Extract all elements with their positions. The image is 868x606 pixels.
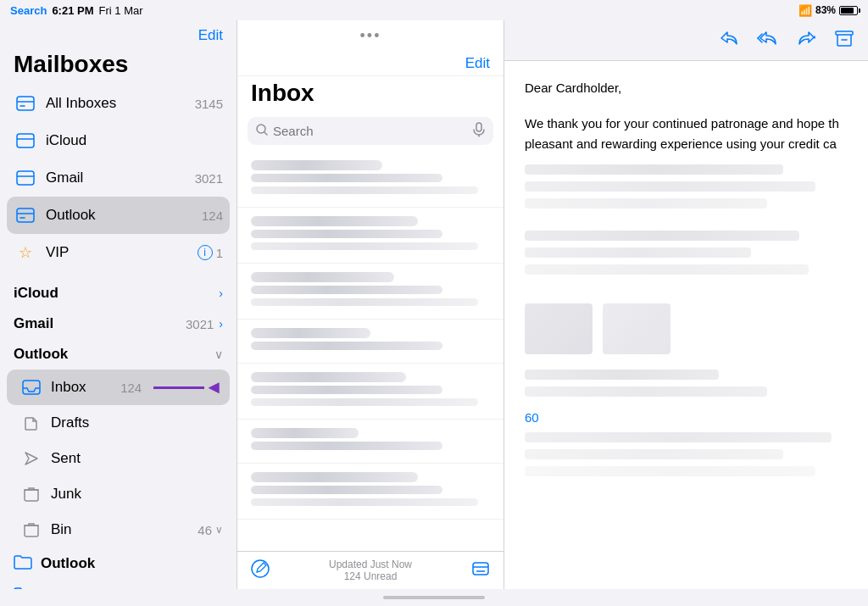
sidebar-header: Edit <box>0 20 236 47</box>
drafts-icon <box>20 412 42 434</box>
vip-star-icon: ☆ <box>14 241 37 264</box>
sidebar-item-vip[interactable]: ☆ VIP i 1 <box>0 234 236 271</box>
gmail-section-count: 3021 <box>186 317 214 331</box>
filter-button[interactable] <box>471 559 490 582</box>
junk-icon <box>20 483 42 505</box>
middle-footer: Updated Just Now 124 Unread <box>237 551 504 589</box>
middle-dots: ••• <box>237 20 504 48</box>
sub-item-inbox[interactable]: Inbox 124 ◄ <box>7 370 230 405</box>
bin-chevron-icon: ∨ <box>215 524 223 536</box>
inbox-title: Inbox <box>237 76 504 114</box>
forward-button[interactable] <box>797 29 817 52</box>
middle-edit-button[interactable]: Edit <box>465 55 490 72</box>
home-indicator <box>0 589 868 606</box>
svg-rect-11 <box>836 31 853 35</box>
search-status[interactable]: Search <box>10 4 47 17</box>
svg-rect-5 <box>25 490 38 501</box>
email-content: Dear Cardholder, We thank you for your c… <box>504 61 868 589</box>
sidebar-parthsha-folder[interactable]: parthsha › <box>0 580 236 589</box>
sidebar-item-all-inboxes[interactable]: All Inboxes 3145 <box>0 85 236 122</box>
gmail-label: Gmail <box>46 170 195 186</box>
inbox-label: Inbox <box>51 379 120 396</box>
email-item-1[interactable] <box>237 152 504 208</box>
sidebar-section-outlook[interactable]: Outlook ∨ <box>0 339 236 370</box>
sub-item-bin[interactable]: Bin 46 ∨ <box>0 512 236 548</box>
sidebar-item-icloud[interactable]: iCloud <box>0 122 236 159</box>
sidebar: Edit Mailboxes All Inboxes 3145 <box>0 20 237 589</box>
sidebar-title: Mailboxes <box>0 47 236 85</box>
svg-rect-2 <box>17 171 34 185</box>
outlook-count: 124 <box>202 208 223 223</box>
email-item-5[interactable] <box>237 364 504 420</box>
outlook-icon <box>14 203 37 227</box>
icloud-section-label: iCloud <box>14 285 219 302</box>
search-bar[interactable] <box>248 117 493 145</box>
sub-item-drafts[interactable]: Drafts <box>0 405 236 441</box>
email-body-2: pleasant and rewarding experience using … <box>525 134 848 154</box>
svg-rect-6 <box>25 525 38 537</box>
email-body-1: We thank you for your continued patronag… <box>525 114 848 134</box>
outlook-sub-items: Inbox 124 ◄ Drafts <box>0 370 236 548</box>
main-layout: Edit Mailboxes All Inboxes 3145 <box>0 20 868 589</box>
svg-rect-10 <box>473 563 488 575</box>
gmail-chevron-icon: › <box>219 317 223 331</box>
email-blurred-right <box>525 432 848 476</box>
sidebar-item-gmail[interactable]: Gmail 3021 <box>0 159 236 197</box>
right-toolbar <box>504 20 868 61</box>
all-inboxes-count: 3145 <box>195 97 223 111</box>
svg-rect-1 <box>17 134 34 147</box>
all-inboxes-icon <box>14 92 37 115</box>
battery-percentage: 83% <box>815 4 836 16</box>
home-bar <box>383 596 485 599</box>
date-display: Fri 1 Mar <box>99 4 143 17</box>
email-item-6[interactable] <box>237 420 504 464</box>
time-display: 6:21 PM <box>52 4 93 17</box>
search-input[interactable] <box>273 124 468 138</box>
email-item-7[interactable] <box>237 464 504 520</box>
outlook-folder-label: Outlook <box>41 555 223 572</box>
email-link[interactable]: 60 <box>525 410 539 425</box>
junk-label: Junk <box>51 486 223 503</box>
sidebar-section-icloud[interactable]: iCloud › <box>0 278 236 309</box>
info-icon: i <box>198 245 213 260</box>
archive-button[interactable] <box>834 29 854 52</box>
compose-button[interactable] <box>251 559 270 582</box>
microphone-icon[interactable] <box>473 122 485 140</box>
sidebar-outlook-folder[interactable]: Outlook <box>0 548 236 580</box>
vip-badge: i 1 <box>198 245 223 260</box>
right-panel: Dear Cardholder, We thank you for your c… <box>504 20 868 589</box>
reply-button[interactable] <box>719 29 739 52</box>
status-bar: Search 6:21 PM Fri 1 Mar 📶 83% <box>0 0 868 20</box>
updated-text: Updated Just Now <box>329 559 412 570</box>
status-bar-left: Search 6:21 PM Fri 1 Mar <box>10 4 143 17</box>
footer-info: Updated Just Now 124 Unread <box>329 559 412 582</box>
svg-rect-3 <box>17 208 34 222</box>
reply-all-button[interactable] <box>756 29 780 52</box>
sidebar-edit-button[interactable]: Edit <box>198 27 223 44</box>
sent-icon <box>20 448 42 470</box>
bin-label: Bin <box>51 521 198 538</box>
email-item-3[interactable] <box>237 264 504 320</box>
email-greeting: Dear Cardholder, <box>525 78 848 98</box>
inbox-icon <box>20 376 42 398</box>
email-item-4[interactable] <box>237 320 504 364</box>
bin-icon <box>20 519 42 541</box>
icloud-icon <box>14 129 37 153</box>
outlook-label: Outlook <box>46 207 202 224</box>
sub-item-sent[interactable]: Sent <box>0 441 236 476</box>
gmail-icon <box>14 166 37 190</box>
svg-point-9 <box>252 560 269 577</box>
sidebar-section-gmail[interactable]: Gmail 3021 › <box>0 309 236 339</box>
icloud-chevron-icon: › <box>219 286 223 300</box>
outlook-chevron-down-icon: ∨ <box>214 347 223 361</box>
email-item-2[interactable] <box>237 208 504 264</box>
inbox-count: 124 <box>120 381 142 395</box>
sidebar-item-outlook[interactable]: Outlook 124 <box>7 197 230 234</box>
outlook-folder-icon <box>14 554 32 573</box>
sub-item-junk[interactable]: Junk <box>0 476 236 512</box>
middle-header: Edit <box>237 48 504 76</box>
email-blurred-content <box>525 164 848 397</box>
icloud-label: iCloud <box>46 132 223 149</box>
inbox-annotation-arrow: ◄ <box>152 376 223 398</box>
svg-rect-0 <box>17 97 34 110</box>
